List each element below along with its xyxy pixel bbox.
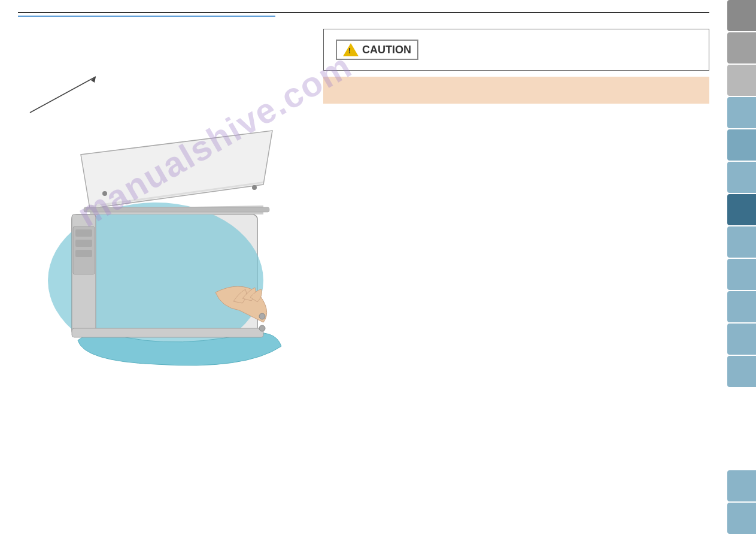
sidebar-tab-6[interactable]: [727, 162, 756, 193]
sidebar-tab-1[interactable]: [727, 0, 756, 31]
main-content: CAUTION manualshive.com: [0, 0, 727, 535]
sidebar-tab-2[interactable]: [727, 32, 756, 64]
right-column: CAUTION: [323, 29, 709, 400]
scanner-illustration: [18, 65, 293, 400]
left-column: [18, 29, 311, 400]
svg-rect-9: [75, 229, 92, 237]
scanner-svg-illustration: [36, 95, 287, 382]
svg-point-13: [252, 185, 257, 190]
sub-divider: [18, 16, 275, 17]
caution-badge: CAUTION: [336, 40, 418, 60]
svg-rect-11: [75, 250, 92, 257]
sidebar-tab-4[interactable]: [727, 97, 756, 128]
sidebar-tab-12[interactable]: [727, 356, 756, 387]
top-divider: [18, 12, 709, 13]
svg-rect-10: [75, 240, 92, 247]
sidebar-tab-14[interactable]: [727, 503, 756, 534]
two-column-layout: CAUTION: [18, 29, 709, 400]
sidebar: [727, 0, 756, 535]
sidebar-tab-9[interactable]: [727, 259, 756, 290]
sidebar-tab-7-active[interactable]: [727, 194, 756, 225]
caution-triangle-icon: [343, 43, 359, 56]
sidebar-tab-5[interactable]: [727, 129, 756, 161]
sidebar-tab-8[interactable]: [727, 226, 756, 258]
svg-point-12: [102, 191, 107, 196]
sidebar-tab-11[interactable]: [727, 324, 756, 355]
sidebar-tab-10[interactable]: [727, 291, 756, 322]
caution-label: CAUTION: [362, 44, 411, 56]
svg-rect-15: [72, 328, 263, 337]
caution-box: CAUTION: [323, 29, 709, 71]
sidebar-tab-13[interactable]: [727, 470, 756, 501]
sidebar-spacer: [727, 388, 756, 469]
svg-point-16: [259, 313, 265, 319]
svg-marker-4: [81, 131, 272, 208]
sidebar-tab-3[interactable]: [727, 65, 756, 96]
svg-rect-14: [84, 207, 269, 212]
svg-point-17: [259, 325, 265, 331]
warning-highlight-box: [323, 77, 709, 104]
